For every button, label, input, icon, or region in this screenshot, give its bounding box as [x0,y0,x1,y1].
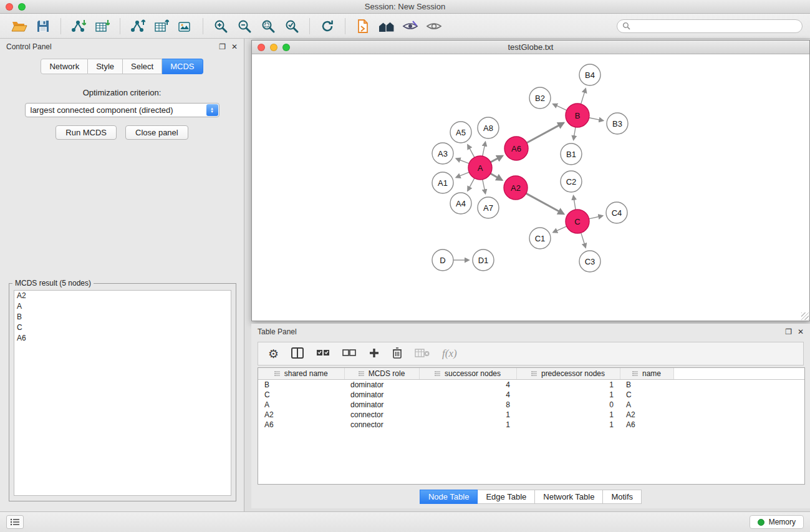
graph-edge[interactable] [589,216,603,219]
close-panel-icon[interactable]: ✕ [231,43,238,51]
column-header[interactable]: MCDS role [344,368,419,380]
graph-edge[interactable] [491,156,503,162]
optimization-criterion-dropdown[interactable]: largest connected component (directed) ▲… [25,103,219,117]
graph-edge[interactable] [574,196,576,210]
zoom-selected-icon[interactable] [280,17,304,36]
float-panel-icon[interactable]: ❐ [219,43,226,51]
tab-style[interactable]: Style [88,59,123,74]
tab-mcds[interactable]: MCDS [162,59,203,74]
graph-node[interactable]: A2 [504,176,528,200]
graph-edge[interactable] [483,180,486,194]
graph-node[interactable]: C2 [561,171,582,192]
graph-edge[interactable] [527,123,564,143]
table-row[interactable]: A2connector11A2 [258,410,804,420]
deselect-all-icon[interactable] [342,349,356,359]
tab-network-table[interactable]: Network Table [535,490,603,504]
graph-node[interactable]: C1 [529,228,551,249]
zoom-fit-icon[interactable] [256,17,280,36]
result-item[interactable]: A [14,301,231,312]
column-header[interactable]: name [620,368,673,380]
table-row[interactable]: Cdominator41C [258,390,804,400]
run-mcds-button[interactable]: Run MCDS [55,125,117,140]
result-item[interactable]: C [14,322,231,333]
graph-edge[interactable] [483,142,486,157]
graph-edge[interactable] [581,233,586,248]
delete-row-icon[interactable] [392,347,402,360]
graph-node[interactable]: A1 [432,172,453,193]
export-image-icon[interactable] [173,17,197,36]
table-settings-icon[interactable]: ⚙ [268,348,279,360]
graph-node[interactable]: A5 [450,122,471,143]
tab-motifs[interactable]: Motifs [603,490,642,504]
graph-node[interactable]: D1 [473,249,494,271]
graph-edge[interactable] [553,226,567,233]
search-field[interactable] [617,19,803,33]
graph-edge[interactable] [491,173,503,180]
close-table-panel-icon[interactable]: ✕ [798,328,804,336]
clear-table-icon[interactable] [415,348,430,360]
zoom-network-window-button[interactable] [282,44,290,51]
panel-list-button[interactable] [6,515,24,529]
table-row[interactable]: Bdominator41B [258,380,804,390]
tab-network[interactable]: Network [41,59,88,74]
minimize-network-window-button[interactable] [270,44,277,51]
graph-node[interactable]: B4 [579,64,600,85]
close-window-button[interactable] [6,3,13,11]
export-network-icon[interactable] [126,17,150,36]
graph-node[interactable]: A6 [504,137,528,160]
graph-edge[interactable] [526,193,564,214]
graph-edge[interactable] [589,118,604,121]
result-item[interactable]: A2 [14,291,231,301]
columns-icon[interactable] [291,347,304,360]
import-network-icon[interactable] [67,17,90,36]
export-table-icon[interactable] [150,17,173,36]
window-controls[interactable] [6,3,26,11]
graph-node[interactable]: A4 [450,193,471,214]
tab-select[interactable]: Select [123,59,162,74]
select-all-icon[interactable] [316,349,330,359]
refresh-icon[interactable] [316,17,339,36]
result-item[interactable]: B [14,312,231,322]
search-input[interactable] [633,22,797,31]
graph-node[interactable]: C3 [579,251,600,272]
float-table-panel-icon[interactable]: ❐ [785,328,792,336]
graph-edge[interactable] [581,89,586,104]
zoom-out-icon[interactable] [233,17,256,36]
graph-node[interactable]: A [468,156,492,180]
hide-graphics-details-icon[interactable] [398,17,422,36]
network-overview-icon[interactable] [375,17,398,36]
graph-edge[interactable] [456,172,469,177]
import-table-icon[interactable] [90,17,114,36]
graph-node[interactable]: B2 [529,87,551,109]
graph-node[interactable]: A8 [478,117,499,138]
graph-node[interactable]: C4 [606,202,627,223]
table-row[interactable]: Adominator80A [258,400,804,410]
network-canvas[interactable]: B4B2BB3A8A5A6A3B1AC2A1A2A4A7C4CC1DD1C3 [252,54,809,321]
add-row-icon[interactable] [369,347,380,360]
column-header[interactable]: successor nodes [419,368,516,380]
network-window-controls[interactable] [258,44,290,51]
graph-edge[interactable] [553,104,567,110]
save-session-icon[interactable] [31,17,55,36]
graph-node[interactable]: A3 [432,143,453,164]
open-document-icon[interactable] [351,17,375,36]
graph-node[interactable]: C [566,210,589,233]
column-header[interactable]: shared name [258,368,344,380]
zoom-window-button[interactable] [18,3,26,11]
graph-node[interactable]: B3 [607,113,628,134]
close-panel-button[interactable]: Close panel [125,125,188,140]
column-header[interactable]: predecessor nodes [516,368,620,380]
show-graphics-details-icon[interactable] [422,17,446,36]
graph-edge[interactable] [468,145,475,157]
graph-node[interactable]: B1 [561,143,582,165]
result-item[interactable]: A6 [14,333,231,344]
function-builder-icon[interactable]: f(x) [442,347,457,360]
zoom-in-icon[interactable] [209,17,233,36]
open-session-icon[interactable] [7,17,31,36]
graph-edge[interactable] [456,158,469,163]
table-row[interactable]: A6connector11A6 [258,420,804,430]
tab-edge-table[interactable]: Edge Table [478,490,535,504]
graph-edge[interactable] [574,127,576,140]
graph-node[interactable]: B [566,104,589,127]
graph-node[interactable]: A7 [478,197,499,218]
